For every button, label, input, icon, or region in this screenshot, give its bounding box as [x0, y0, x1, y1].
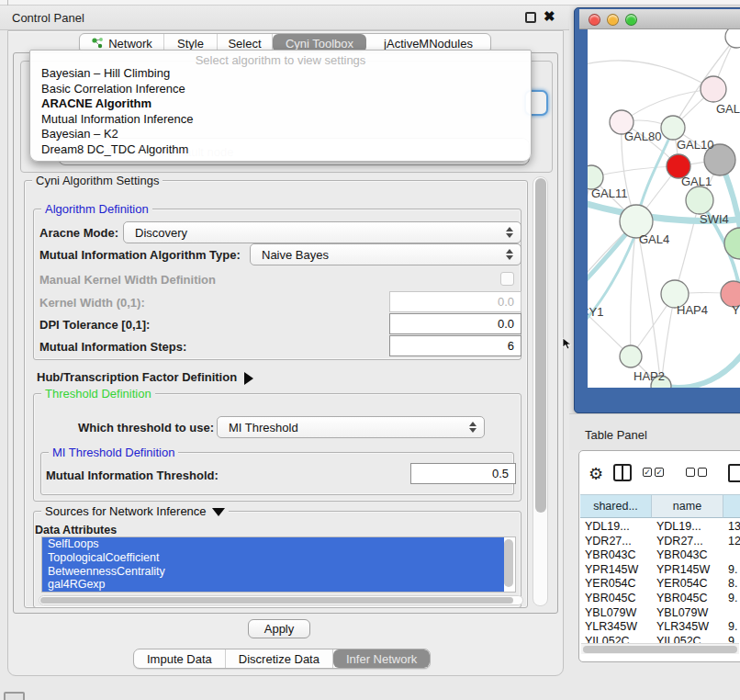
- close-icon[interactable]: ✖: [544, 8, 555, 25]
- table-horizontal-scrollbar[interactable]: [581, 643, 739, 654]
- aracne-mode-value: Discovery: [135, 226, 187, 240]
- table-cell[interactable]: 9.: [728, 620, 740, 633]
- deselect-all-icon[interactable]: [686, 468, 707, 477]
- table-cell[interactable]: YBR045C: [656, 592, 721, 604]
- apply-button[interactable]: Apply: [248, 619, 310, 638]
- table-panel-title: Table Panel: [585, 428, 647, 442]
- dropdown-item[interactable]: Bayesian – K2: [30, 127, 531, 142]
- network-edge-highlighted[interactable]: [661, 346, 740, 388]
- gear-icon[interactable]: ⚙: [589, 464, 603, 484]
- mac-zoom-icon[interactable]: [625, 14, 637, 26]
- table-cell[interactable]: YBL079W: [656, 606, 721, 619]
- new-table-icon[interactable]: [728, 464, 740, 482]
- data-attributes-list[interactable]: SelfLoopsTopologicalCoefficientBetweenne…: [41, 536, 516, 593]
- dropdown-item[interactable]: Mutual Information Inference: [30, 112, 531, 128]
- tab-discretize-data[interactable]: Discretize Data: [226, 649, 333, 668]
- kernel-width-field[interactable]: 0.0: [389, 291, 521, 312]
- unchecked-box-icon: [686, 468, 695, 477]
- manual-kernel-checkbox[interactable]: [500, 272, 514, 286]
- mi-threshold-field[interactable]: 0.5: [410, 463, 516, 484]
- manual-kernel-label: Manual Kernel Width Definition: [39, 273, 216, 287]
- columns-icon[interactable]: [613, 464, 632, 481]
- column-header[interactable]: A: [723, 494, 740, 518]
- node-gal11-label: GAL11: [591, 186, 628, 200]
- which-threshold-combobox[interactable]: MI Threshold: [217, 416, 485, 438]
- tab-impute-data[interactable]: Impute Data: [134, 649, 226, 668]
- table-cell[interactable]: YBR043C: [585, 548, 649, 561]
- unchecked-box-icon: [698, 468, 707, 477]
- dropdown-placeholder: Select algorithm to view settings: [30, 51, 531, 66]
- table-cell[interactable]: YLR345W: [585, 620, 649, 633]
- dropdown-item[interactable]: Dream8 DC_TDC Algorithm: [30, 142, 531, 158]
- node-hap2[interactable]: [620, 345, 642, 367]
- table-cell[interactable]: YER054C: [656, 577, 721, 590]
- node-y-cut-label: Y: [732, 303, 740, 317]
- panel-corner-button[interactable]: [4, 692, 25, 700]
- algorithm-definition-title: Algorithm Definition: [41, 202, 152, 216]
- node-hap4-label: HAP4: [677, 303, 708, 317]
- checked-box-icon: ✓: [643, 468, 652, 477]
- mouse-cursor: [562, 337, 573, 350]
- table-cell[interactable]: 9.: [728, 592, 740, 604]
- table-cell[interactable]: 8.: [728, 577, 740, 590]
- dpi-tolerance-field[interactable]: 0.0: [389, 313, 521, 334]
- node-hap2-label: HAP2: [633, 369, 665, 383]
- attribute-item[interactable]: TopologicalCoefficient: [42, 551, 504, 565]
- tab-network-label: Network: [108, 37, 152, 51]
- collapse-down-icon: [212, 508, 225, 516]
- sources-title-toggle[interactable]: Sources for Network Inference: [41, 504, 229, 518]
- network-edge[interactable]: [588, 61, 713, 89]
- scrollbar-thumb[interactable]: [40, 597, 513, 604]
- node-top-right[interactable]: [725, 29, 740, 48]
- table-cell[interactable]: 13: [728, 520, 740, 533]
- network-canvas[interactable]: GALGAL80GAL10GAL1GAL11SWI4GAL4GCY1HAP4YH…: [588, 29, 740, 388]
- dropdown-item[interactable]: Basic Correlation Inference: [30, 82, 531, 97]
- attributes-vertical-scrollbar[interactable]: [504, 539, 513, 587]
- table-cell[interactable]: YDR27...: [585, 535, 649, 548]
- mi-type-combobox[interactable]: Naive Bayes: [250, 243, 521, 265]
- mi-steps-field[interactable]: 6: [389, 335, 521, 356]
- table-cell[interactable]: YBL079W: [585, 606, 649, 619]
- float-window-icon[interactable]: [525, 12, 536, 23]
- table-cell[interactable]: YBR043C: [656, 548, 721, 561]
- control-panel-titlebar: [0, 6, 569, 30]
- settings-scrollbar-thumb[interactable]: [535, 178, 546, 513]
- hub-definition-toggle[interactable]: Hub/Transcription Factor Definition: [37, 370, 253, 385]
- dropdown-item[interactable]: ARACNE Algorithm: [30, 96, 531, 112]
- node-green-right[interactable]: [724, 228, 740, 259]
- mac-minimize-icon[interactable]: [607, 14, 619, 26]
- aracne-mode-combobox[interactable]: Discovery: [123, 221, 521, 243]
- scrollbar-thumb[interactable]: [583, 646, 737, 653]
- tab-infer-network[interactable]: Infer Network: [333, 649, 430, 668]
- network-edge[interactable]: [675, 200, 700, 294]
- node-swi4[interactable]: [686, 186, 713, 214]
- node-gal10[interactable]: [661, 116, 685, 140]
- column-header[interactable]: shared...: [580, 494, 652, 518]
- dropdown-item-list: Bayesian – Hill ClimbingBasic Correlatio…: [30, 66, 531, 158]
- attribute-item[interactable]: BetweennessCentrality: [42, 565, 504, 579]
- table-cell[interactable]: YLR345W: [656, 620, 721, 633]
- network-window-titlebar[interactable]: [579, 9, 740, 29]
- table-cell[interactable]: 9.: [728, 563, 740, 576]
- table-cell[interactable]: YBR045C: [585, 592, 649, 604]
- mac-close-icon[interactable]: [589, 14, 600, 26]
- select-all-icon[interactable]: ✓ ✓: [643, 468, 664, 477]
- attribute-item[interactable]: SelfLoops: [42, 537, 504, 551]
- table-cell[interactable]: YER054C: [585, 577, 649, 590]
- combobox-arrows-icon: [506, 227, 513, 238]
- attributes-horizontal-scrollbar[interactable]: [39, 595, 523, 605]
- column-header[interactable]: name: [652, 494, 723, 518]
- table-cell[interactable]: 12: [728, 535, 740, 548]
- dropdown-item[interactable]: Bayesian – Hill Climbing: [30, 66, 531, 82]
- table-cell[interactable]: YDR27...: [656, 535, 721, 548]
- which-threshold-label: Which threshold to use:: [78, 421, 214, 435]
- table-cell[interactable]: YPR145W: [585, 563, 649, 576]
- network-icon: [91, 37, 105, 50]
- table-cell[interactable]: YPR145W: [656, 563, 721, 576]
- node-gal-cut[interactable]: [701, 76, 726, 102]
- dpi-tolerance-label: DPI Tolerance [0,1]:: [39, 318, 150, 332]
- network-edge[interactable]: [591, 166, 678, 177]
- attribute-item[interactable]: gal4RGexp: [42, 578, 504, 592]
- table-cell[interactable]: YDL19...: [585, 520, 649, 533]
- table-cell[interactable]: YDL19...: [656, 520, 721, 533]
